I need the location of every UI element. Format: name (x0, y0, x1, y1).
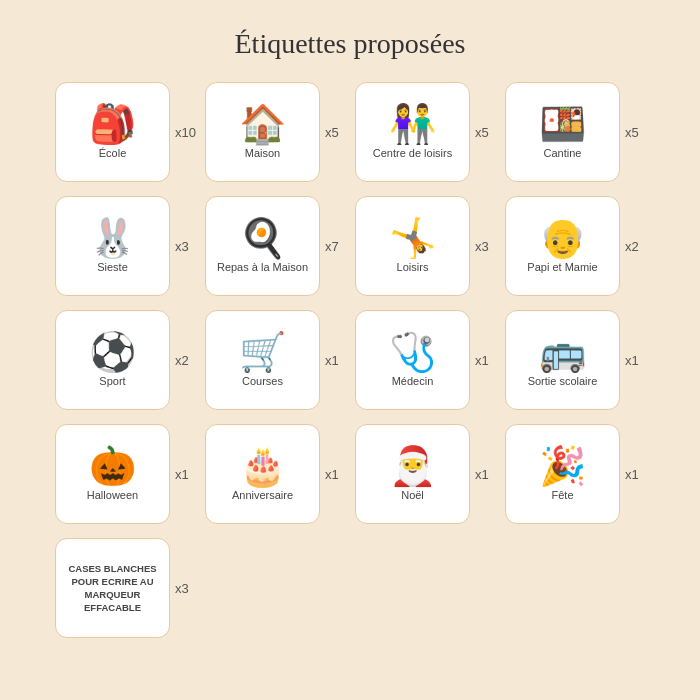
card-noel: 🎅Noël (355, 424, 470, 524)
count-centre-loisirs: x5 (475, 125, 489, 140)
label-loisirs: Loisirs (397, 261, 429, 274)
card-fete: 🎉Fête (505, 424, 620, 524)
icon-loisirs: 🤸 (389, 219, 436, 257)
label-fete: Fête (551, 489, 573, 502)
cell-medecin[interactable]: 🩺Médecinx1 (355, 310, 495, 410)
icon-sieste: 🐰 (89, 219, 136, 257)
count-fete: x1 (625, 467, 639, 482)
card-sport: ⚽Sport (55, 310, 170, 410)
label-anniversaire: Anniversaire (232, 489, 293, 502)
count-halloween: x1 (175, 467, 189, 482)
count-medecin: x1 (475, 353, 489, 368)
icon-papi-mamie: 👴 (539, 219, 586, 257)
cell-cantine[interactable]: 🍱Cantinex5 (505, 82, 645, 182)
icon-sortie-scolaire: 🚌 (539, 333, 586, 371)
cell-courses[interactable]: 🛒Coursesx1 (205, 310, 345, 410)
card-halloween: 🎃Halloween (55, 424, 170, 524)
label-centre-loisirs: Centre de loisirs (373, 147, 452, 160)
icon-centre-loisirs: 👫 (389, 105, 436, 143)
page-title: Étiquettes proposées (235, 28, 466, 60)
icon-noel: 🎅 (389, 447, 436, 485)
cell-ecole[interactable]: 🎒Écolex10 (55, 82, 195, 182)
card-anniversaire: 🎂Anniversaire (205, 424, 320, 524)
icon-cantine: 🍱 (539, 105, 586, 143)
icon-fete: 🎉 (539, 447, 586, 485)
card-loisirs: 🤸Loisirs (355, 196, 470, 296)
icon-sport: ⚽ (89, 333, 136, 371)
count-ecole: x10 (175, 125, 196, 140)
items-grid: 🎒Écolex10🏠Maisonx5👫Centre de loisirsx5🍱C… (35, 82, 665, 638)
card-repas-maison: 🍳Repas à la Maison (205, 196, 320, 296)
cell-maison[interactable]: 🏠Maisonx5 (205, 82, 345, 182)
cell-loisirs[interactable]: 🤸Loisirsx3 (355, 196, 495, 296)
cell-fete[interactable]: 🎉Fêtex1 (505, 424, 645, 524)
count-repas-maison: x7 (325, 239, 339, 254)
count-sieste: x3 (175, 239, 189, 254)
card-sortie-scolaire: 🚌Sortie scolaire (505, 310, 620, 410)
cell-noel[interactable]: 🎅Noëlx1 (355, 424, 495, 524)
label-sortie-scolaire: Sortie scolaire (528, 375, 598, 388)
count-loisirs: x3 (475, 239, 489, 254)
label-cantine: Cantine (544, 147, 582, 160)
cell-sport[interactable]: ⚽Sportx2 (55, 310, 195, 410)
count-cases-blanches: x3 (175, 581, 189, 596)
cell-papi-mamie[interactable]: 👴Papi et Mamiex2 (505, 196, 645, 296)
label-courses: Courses (242, 375, 283, 388)
count-sortie-scolaire: x1 (625, 353, 639, 368)
cell-halloween[interactable]: 🎃Halloweenx1 (55, 424, 195, 524)
icon-medecin: 🩺 (389, 333, 436, 371)
count-courses: x1 (325, 353, 339, 368)
count-noel: x1 (475, 467, 489, 482)
count-maison: x5 (325, 125, 339, 140)
card-centre-loisirs: 👫Centre de loisirs (355, 82, 470, 182)
card-cantine: 🍱Cantine (505, 82, 620, 182)
label-maison: Maison (245, 147, 280, 160)
label-ecole: École (99, 147, 127, 160)
cell-sieste[interactable]: 🐰Siestex3 (55, 196, 195, 296)
card-sieste: 🐰Sieste (55, 196, 170, 296)
cell-centre-loisirs[interactable]: 👫Centre de loisirsx5 (355, 82, 495, 182)
label-sport: Sport (99, 375, 125, 388)
card-cases-blanches: CASES BLANCHES POUR ECRIRE AU MARQUEUR E… (55, 538, 170, 638)
card-medecin: 🩺Médecin (355, 310, 470, 410)
card-papi-mamie: 👴Papi et Mamie (505, 196, 620, 296)
cell-sortie-scolaire[interactable]: 🚌Sortie scolairex1 (505, 310, 645, 410)
label-medecin: Médecin (392, 375, 434, 388)
icon-anniversaire: 🎂 (239, 447, 286, 485)
label-repas-maison: Repas à la Maison (217, 261, 308, 274)
cell-cases-blanches[interactable]: CASES BLANCHES POUR ECRIRE AU MARQUEUR E… (55, 538, 195, 638)
count-papi-mamie: x2 (625, 239, 639, 254)
label-noel: Noël (401, 489, 424, 502)
card-courses: 🛒Courses (205, 310, 320, 410)
cell-anniversaire[interactable]: 🎂Anniversairex1 (205, 424, 345, 524)
label-sieste: Sieste (97, 261, 128, 274)
icon-ecole: 🎒 (89, 105, 136, 143)
icon-repas-maison: 🍳 (239, 219, 286, 257)
icon-courses: 🛒 (239, 333, 286, 371)
cell-repas-maison[interactable]: 🍳Repas à la Maisonx7 (205, 196, 345, 296)
label-halloween: Halloween (87, 489, 138, 502)
label-cases-blanches: CASES BLANCHES POUR ECRIRE AU MARQUEUR E… (60, 563, 165, 614)
card-maison: 🏠Maison (205, 82, 320, 182)
card-ecole: 🎒École (55, 82, 170, 182)
count-cantine: x5 (625, 125, 639, 140)
count-anniversaire: x1 (325, 467, 339, 482)
icon-halloween: 🎃 (89, 447, 136, 485)
count-sport: x2 (175, 353, 189, 368)
label-papi-mamie: Papi et Mamie (527, 261, 597, 274)
icon-maison: 🏠 (239, 105, 286, 143)
